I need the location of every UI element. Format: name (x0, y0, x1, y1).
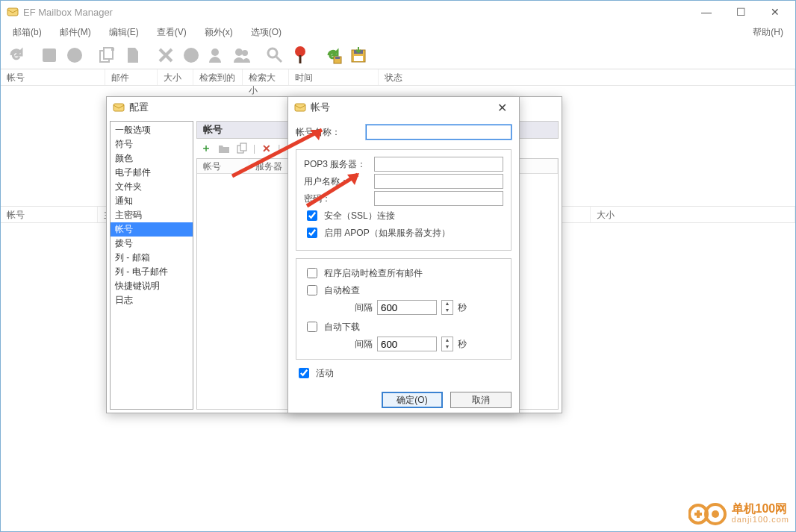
config-nav-col-mailbox[interactable]: 列 - 邮箱 (111, 251, 193, 265)
refresh-green-icon[interactable] (322, 44, 344, 66)
window-maximize-button[interactable]: ☐ (724, 1, 758, 23)
copy2-icon[interactable] (235, 142, 249, 155)
config-nav-folders[interactable]: 文件夹 (111, 180, 193, 194)
config-nav-master-password[interactable]: 主密码 (111, 208, 193, 222)
watermark-url: danji100.com (732, 514, 789, 525)
config-list-col-account[interactable]: 帐号 (197, 159, 249, 173)
config-nav-account[interactable]: 帐号 (111, 222, 193, 237)
auto-check-interval-input[interactable] (377, 300, 437, 315)
svg-rect-18 (354, 56, 363, 61)
username-input[interactable] (374, 174, 503, 189)
watermark-icon (688, 501, 727, 527)
auto-download-interval-spinner[interactable]: ▲▼ (441, 337, 453, 351)
config-nav: 一般选项 符号 颜色 电子邮件 文件夹 通知 主密码 帐号 拨号 列 - 邮箱 … (110, 121, 193, 410)
search-icon[interactable] (264, 44, 286, 66)
ssl-checkbox[interactable] (307, 210, 317, 221)
col2-account[interactable]: 帐号 (1, 207, 98, 222)
upper-grid-header: 帐号 邮件 大小 检索到的 检索大小 时间 状态 (1, 69, 795, 86)
record-icon[interactable] (63, 44, 86, 66)
col-mail[interactable]: 邮件 (105, 69, 158, 85)
save-icon[interactable] (347, 44, 370, 66)
account-dialog-title: 帐号 ✕ (288, 97, 519, 118)
config-nav-shortcuts[interactable]: 快捷键说明 (111, 279, 193, 293)
col-found[interactable]: 检索到的 (193, 69, 243, 85)
remove-icon[interactable]: ✕ (260, 142, 273, 155)
config-nav-dial[interactable]: 拨号 (111, 237, 193, 251)
auto-check-interval-spinner[interactable]: ▲▼ (441, 300, 453, 315)
apop-label: 启用 APOP（如果服务器支持） (324, 227, 450, 240)
ok-button[interactable]: 确定(O) (382, 392, 443, 408)
window-minimize-button[interactable]: — (689, 1, 724, 23)
active-checkbox[interactable] (299, 368, 309, 378)
cancel-button[interactable]: 取消 (450, 392, 512, 408)
menu-help[interactable]: 帮助(H) (744, 25, 792, 40)
ssl-label: 安全（SSL）连接 (324, 210, 395, 222)
config-dialog-title-text: 配置 (129, 101, 149, 114)
apop-checkbox[interactable] (307, 228, 317, 238)
password-input[interactable] (374, 191, 503, 206)
circle-icon[interactable] (180, 44, 202, 66)
active-label: 活动 (316, 367, 334, 380)
account-dialog: 帐号 ✕ 帐号名称： POP3 服务器： 用户名称： 密码： 安全（SSL）连接 (287, 96, 520, 413)
account-name-input[interactable] (366, 125, 512, 140)
menu-options[interactable]: 选项(O) (242, 25, 290, 40)
password-label: 密码： (304, 193, 370, 205)
menu-view[interactable]: 查看(V) (148, 25, 196, 40)
config-nav-col-email[interactable]: 列 - 电子邮件 (111, 265, 193, 279)
col-status[interactable]: 状态 (379, 69, 795, 85)
users-icon[interactable] (231, 44, 253, 66)
svg-rect-1 (43, 48, 56, 62)
menu-mail[interactable]: 邮件(M) (51, 25, 100, 40)
user-icon[interactable] (205, 44, 228, 66)
mail-icon (113, 102, 125, 113)
copy-icon[interactable] (96, 44, 119, 66)
pin-icon[interactable] (289, 44, 311, 66)
svg-rect-22 (295, 104, 305, 111)
watermark: 单机100网 danji100.com (688, 501, 789, 527)
add-icon[interactable]: ＋ (199, 142, 213, 155)
config-nav-email[interactable]: 电子邮件 (111, 166, 193, 180)
seconds-label-1: 秒 (458, 301, 467, 314)
auto-download-checkbox[interactable] (307, 322, 317, 332)
pop3-label: POP3 服务器： (304, 158, 370, 171)
menu-extra[interactable]: 额外(x) (196, 25, 242, 40)
svg-point-2 (67, 48, 82, 63)
col-found-size[interactable]: 检索大小 (243, 69, 289, 85)
refresh-icon[interactable] (5, 44, 28, 66)
stop-icon[interactable] (38, 44, 60, 66)
auto-download-interval-input[interactable] (377, 337, 437, 351)
svg-line-11 (276, 57, 282, 62)
menu-edit[interactable]: 编辑(E) (100, 25, 148, 40)
seconds-label-2: 秒 (458, 338, 467, 351)
config-nav-notify[interactable]: 通知 (111, 194, 193, 208)
svg-rect-0 (7, 8, 18, 16)
watermark-name: 单机100网 (732, 502, 788, 515)
account-name-label: 帐号名称： (296, 126, 361, 139)
window-close-button[interactable]: ✕ (758, 1, 792, 23)
file-icon[interactable] (122, 44, 144, 66)
config-nav-colors[interactable]: 颜色 (111, 151, 193, 166)
config-nav-general[interactable]: 一般选项 (111, 123, 193, 137)
col-account[interactable]: 帐号 (1, 69, 105, 85)
svg-rect-15 (335, 57, 340, 59)
auto-check-checkbox[interactable] (307, 285, 317, 295)
toolbar (1, 41, 795, 69)
col-time[interactable]: 时间 (289, 69, 379, 85)
menu-mailbox[interactable]: 邮箱(b) (4, 25, 51, 40)
schedule-group: 程序启动时检查所有邮件 自动检查 间隔 ▲▼ 秒 自动下载 间隔 ▲▼ 秒 (296, 258, 512, 360)
col2-size[interactable]: 大小 (591, 207, 795, 222)
config-nav-symbols[interactable]: 符号 (111, 137, 193, 151)
check-start-checkbox[interactable] (307, 268, 317, 278)
interval-label-2: 间隔 (355, 338, 373, 351)
window-title: EF Mailbox Manager (23, 7, 689, 18)
folder-icon[interactable] (217, 142, 231, 155)
delete-icon[interactable] (155, 44, 177, 66)
svg-point-12 (295, 46, 305, 57)
auto-download-label: 自动下载 (324, 321, 360, 334)
account-dialog-title-text: 帐号 (311, 101, 330, 114)
account-dialog-close-button[interactable]: ✕ (489, 101, 514, 115)
pop3-input[interactable] (374, 157, 503, 172)
check-start-label: 程序启动时检查所有邮件 (324, 267, 423, 280)
col-size[interactable]: 大小 (158, 69, 193, 85)
config-nav-log[interactable]: 日志 (111, 293, 193, 307)
